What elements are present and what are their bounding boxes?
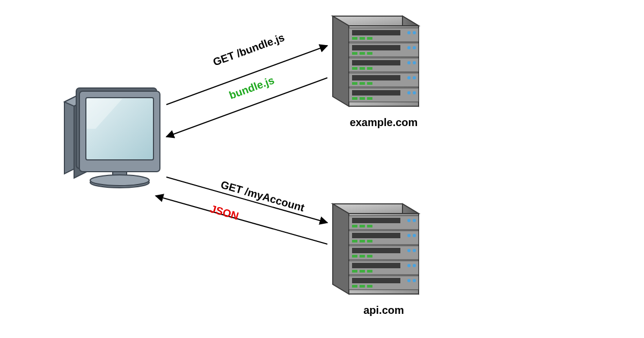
svg-rect-55 bbox=[352, 218, 400, 223]
svg-rect-80 bbox=[360, 270, 365, 273]
server-top-icon bbox=[333, 16, 419, 106]
svg-point-84 bbox=[407, 279, 411, 282]
svg-rect-67 bbox=[367, 240, 372, 243]
svg-rect-33 bbox=[352, 67, 357, 70]
svg-point-64 bbox=[413, 234, 416, 237]
svg-rect-60 bbox=[367, 225, 372, 227]
svg-point-25 bbox=[413, 46, 416, 49]
svg-rect-79 bbox=[352, 270, 357, 273]
svg-rect-88 bbox=[367, 285, 372, 288]
client-computer-icon bbox=[64, 88, 160, 188]
svg-rect-69 bbox=[352, 248, 400, 253]
svg-rect-86 bbox=[352, 285, 357, 288]
svg-rect-74 bbox=[367, 255, 372, 258]
svg-rect-34 bbox=[360, 67, 365, 70]
svg-rect-81 bbox=[367, 270, 372, 273]
svg-point-32 bbox=[413, 61, 416, 64]
svg-rect-28 bbox=[367, 52, 372, 55]
svg-rect-21 bbox=[367, 37, 372, 40]
svg-point-17 bbox=[407, 31, 411, 34]
svg-rect-42 bbox=[367, 82, 372, 85]
svg-point-85 bbox=[413, 279, 416, 282]
svg-point-56 bbox=[407, 219, 411, 222]
svg-marker-14 bbox=[333, 16, 349, 106]
svg-point-70 bbox=[407, 249, 411, 252]
response-top-label: bundle.js bbox=[228, 74, 276, 101]
request-top-label: GET /bundle.js bbox=[211, 31, 286, 68]
svg-rect-72 bbox=[352, 255, 357, 258]
svg-point-57 bbox=[413, 219, 416, 222]
svg-point-38 bbox=[407, 76, 411, 79]
svg-rect-65 bbox=[352, 240, 357, 243]
svg-point-45 bbox=[407, 91, 411, 94]
svg-rect-76 bbox=[352, 263, 400, 268]
svg-rect-37 bbox=[352, 75, 400, 80]
svg-rect-48 bbox=[360, 97, 365, 100]
server-top-label: example.com bbox=[350, 116, 418, 128]
svg-point-71 bbox=[413, 249, 416, 252]
svg-rect-66 bbox=[360, 240, 365, 243]
server-bottom-icon bbox=[333, 204, 419, 294]
svg-rect-83 bbox=[352, 278, 400, 283]
svg-rect-20 bbox=[360, 37, 365, 40]
svg-point-24 bbox=[407, 46, 411, 49]
svg-rect-27 bbox=[360, 52, 365, 55]
svg-rect-23 bbox=[352, 45, 400, 50]
svg-line-91 bbox=[166, 177, 327, 223]
svg-point-77 bbox=[407, 264, 411, 267]
svg-rect-59 bbox=[360, 225, 365, 227]
server-bottom-label: api.com bbox=[363, 304, 404, 316]
svg-rect-73 bbox=[360, 255, 365, 258]
svg-rect-30 bbox=[352, 60, 400, 65]
svg-rect-41 bbox=[360, 82, 365, 85]
svg-rect-26 bbox=[352, 52, 357, 55]
svg-rect-16 bbox=[352, 30, 400, 35]
svg-rect-62 bbox=[352, 233, 400, 238]
svg-rect-44 bbox=[352, 90, 400, 95]
svg-point-78 bbox=[413, 264, 416, 267]
svg-rect-87 bbox=[360, 285, 365, 288]
svg-point-39 bbox=[413, 76, 416, 79]
svg-point-46 bbox=[413, 91, 416, 94]
svg-point-8 bbox=[90, 175, 149, 186]
svg-rect-19 bbox=[352, 37, 357, 40]
svg-rect-47 bbox=[352, 97, 357, 100]
svg-rect-58 bbox=[352, 225, 357, 227]
svg-point-18 bbox=[413, 31, 416, 34]
arrow-response-top: bundle.js bbox=[166, 74, 327, 137]
arrow-request-bottom: GET /myAccount bbox=[166, 177, 327, 223]
svg-marker-53 bbox=[333, 204, 349, 294]
response-bottom-label: JSON bbox=[209, 203, 240, 222]
svg-point-63 bbox=[407, 234, 411, 237]
svg-rect-49 bbox=[367, 97, 372, 100]
svg-rect-40 bbox=[352, 82, 357, 85]
svg-point-31 bbox=[407, 61, 411, 64]
svg-rect-35 bbox=[367, 67, 372, 70]
